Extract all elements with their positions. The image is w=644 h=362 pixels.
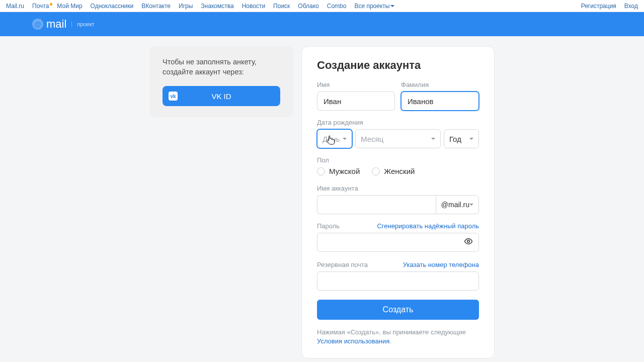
radio-icon [372, 167, 380, 175]
create-button[interactable]: Создать [317, 300, 479, 320]
phone-link[interactable]: Указать номер телефона [403, 261, 479, 268]
vk-signup-card: Чтобы не заполнять анкету, создайте акка… [149, 46, 293, 117]
nav-all-projects[interactable]: Все проекты [354, 3, 394, 10]
firstname-label: Имя [317, 81, 395, 88]
nav-pochta[interactable]: Почта [32, 3, 49, 10]
gender-female-radio[interactable]: Женский [372, 167, 415, 175]
vk-id-button[interactable]: vk VK ID [163, 86, 280, 106]
dob-label: Дата рождения [317, 119, 479, 126]
terms-text: Нажимая «Создать», вы принимаете следующ… [317, 328, 479, 346]
nav-ok[interactable]: Одноклассники [91, 3, 134, 10]
notification-dot-icon [50, 3, 52, 6]
nav-news[interactable]: Новости [242, 3, 265, 10]
password-label: Пароль [317, 222, 340, 230]
domain-select[interactable]: @mail.ru [436, 195, 479, 214]
generate-password-link[interactable]: Сгенерировать надёжный пароль [377, 222, 479, 230]
logo-subtext: проект [71, 21, 94, 27]
logo-text: mail [46, 18, 66, 31]
account-label: Имя аккаунта [317, 185, 479, 192]
top-nav: Mail.ru Почта Мой Мир Одноклассники ВКон… [0, 0, 644, 12]
signup-form: Создание аккаунта Имя Фамилия Дата рожде… [301, 46, 495, 358]
nav-vk[interactable]: ВКонтакте [141, 3, 171, 10]
lastname-input[interactable] [401, 92, 479, 111]
chevron-down-icon [469, 204, 473, 206]
nav-combo[interactable]: Combo [327, 3, 347, 10]
backup-email-input[interactable] [317, 272, 479, 291]
radio-icon [317, 167, 325, 175]
nav-register[interactable]: Регистрация [581, 3, 616, 10]
nav-dating[interactable]: Знакомства [201, 3, 233, 10]
vk-icon: vk [169, 92, 178, 101]
chevron-down-icon [343, 138, 347, 140]
at-icon: @ [32, 19, 43, 30]
nav-cloud[interactable]: Облако [298, 3, 318, 10]
nav-mailru[interactable]: Mail.ru [6, 3, 24, 10]
eye-icon[interactable] [464, 237, 473, 248]
chevron-down-icon [390, 5, 394, 7]
nav-login[interactable]: Вход [624, 3, 638, 10]
account-input[interactable] [317, 195, 436, 214]
form-title: Создание аккаунта [317, 59, 479, 72]
mail-logo[interactable]: @ mail проект [32, 18, 95, 31]
svg-point-0 [467, 240, 470, 243]
terms-link[interactable]: Условия использования [317, 337, 389, 345]
dob-year-select[interactable]: Год [444, 129, 479, 148]
dob-day-select[interactable]: День [317, 129, 352, 148]
lastname-label: Фамилия [401, 81, 479, 88]
dob-month-select[interactable]: Месяц [355, 129, 441, 148]
gender-male-radio[interactable]: Мужской [317, 167, 360, 175]
firstname-input[interactable] [317, 92, 395, 111]
gender-label: Пол [317, 156, 479, 164]
nav-search[interactable]: Поиск [273, 3, 290, 10]
nav-games[interactable]: Игры [179, 3, 193, 10]
chevron-down-icon [431, 138, 435, 140]
vk-card-text: Чтобы не заполнять анкету, создайте акка… [163, 57, 280, 77]
password-input[interactable] [317, 233, 479, 252]
nav-moimir[interactable]: Мой Мир [57, 3, 82, 10]
header-bar: @ mail проект [0, 12, 644, 36]
chevron-down-icon [469, 138, 473, 140]
backup-email-label: Резервная почта [317, 261, 368, 268]
